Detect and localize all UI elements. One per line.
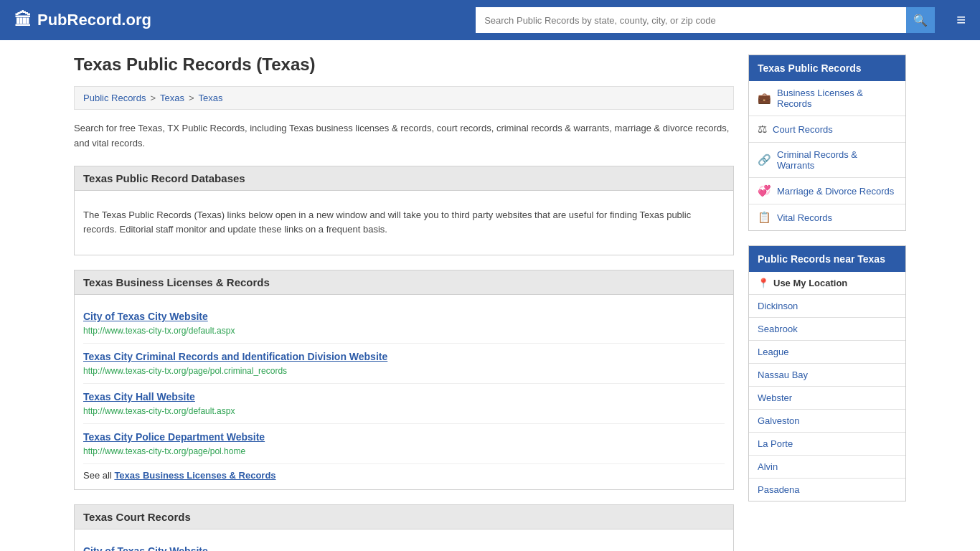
business-url-1: http://www.texas-city-tx.org/default.asp… bbox=[83, 326, 235, 336]
sidebar-item-court[interactable]: ⚖ Court Records bbox=[749, 116, 905, 143]
record-item: City of Texas City Website http://www.te… bbox=[83, 303, 725, 344]
court-section-content: City of Texas City Website http://www.te… bbox=[74, 529, 734, 551]
logo-icon: 🏛 bbox=[14, 10, 32, 30]
nearby-item-pasadena[interactable]: Pasadena bbox=[749, 479, 905, 501]
business-icon: 💼 bbox=[758, 92, 771, 105]
nearby-item-alvin[interactable]: Alvin bbox=[749, 456, 905, 479]
nearby-item-league[interactable]: League bbox=[749, 341, 905, 364]
business-url-3: http://www.texas-city-tx.org/default.asp… bbox=[83, 406, 235, 416]
sidebar-nearby-title: Public Records near Texas bbox=[749, 246, 905, 272]
breadcrumb-texas-1[interactable]: Texas bbox=[160, 93, 184, 103]
db-description: The Texas Public Records (Texas) links b… bbox=[83, 199, 725, 247]
breadcrumb-public-records[interactable]: Public Records bbox=[83, 93, 146, 103]
see-all-text: See all bbox=[83, 470, 112, 481]
business-section-content: City of Texas City Website http://www.te… bbox=[74, 295, 734, 490]
business-section-header: Texas Business Licenses & Records bbox=[74, 270, 734, 295]
search-icon: 🔍 bbox=[913, 14, 928, 27]
sidebar-texas-title: Texas Public Records bbox=[749, 55, 905, 81]
court-section-header: Texas Court Records bbox=[74, 504, 734, 529]
sidebar-item-vital-label: Vital Records bbox=[777, 212, 832, 223]
see-all-business: See all Texas Business Licenses & Record… bbox=[83, 470, 725, 481]
nearby-item-galveston[interactable]: Galveston bbox=[749, 410, 905, 433]
nearby-item-seabrook[interactable]: Seabrook bbox=[749, 318, 905, 341]
sidebar-nearby-section: Public Records near Texas 📍 Use My Locat… bbox=[748, 245, 906, 501]
vital-icon: 📋 bbox=[758, 211, 771, 224]
sidebar-item-marriage[interactable]: 💞 Marriage & Divorce Records bbox=[749, 178, 905, 204]
business-url-2: http://www.texas-city-tx.org/page/pol.cr… bbox=[83, 366, 287, 376]
nearby-item-dickinson[interactable]: Dickinson bbox=[749, 295, 905, 318]
record-item: City of Texas City Website http://www.te… bbox=[83, 538, 725, 551]
see-all-link[interactable]: Texas Business Licenses & Records bbox=[114, 470, 275, 481]
sidebar-item-criminal-label: Criminal Records & Warrants bbox=[777, 149, 897, 171]
breadcrumb-separator-1: > bbox=[150, 93, 156, 103]
marriage-icon: 💞 bbox=[758, 184, 771, 197]
sidebar-use-location[interactable]: 📍 Use My Location bbox=[749, 272, 905, 295]
page-title: Texas Public Records (Texas) bbox=[74, 55, 734, 75]
sidebar-item-court-label: Court Records bbox=[773, 124, 833, 135]
site-logo[interactable]: 🏛 PubRecord.org bbox=[14, 10, 151, 30]
nearby-item-nassau-bay[interactable]: Nassau Bay bbox=[749, 364, 905, 387]
nearby-item-webster[interactable]: Webster bbox=[749, 387, 905, 410]
intro-text: Search for free Texas, TX Public Records… bbox=[74, 121, 734, 151]
record-item: Texas City Police Department Website htt… bbox=[83, 424, 725, 464]
sidebar-item-business[interactable]: 💼 Business Licenses & Records bbox=[749, 81, 905, 116]
location-pin-icon: 📍 bbox=[758, 278, 769, 288]
search-button[interactable]: 🔍 bbox=[906, 7, 935, 33]
sidebar: Texas Public Records 💼 Business Licenses… bbox=[748, 55, 906, 551]
sidebar-item-marriage-label: Marriage & Divorce Records bbox=[777, 186, 894, 197]
search-input[interactable] bbox=[476, 7, 906, 33]
use-location-label: Use My Location bbox=[773, 278, 847, 288]
sidebar-texas-section: Texas Public Records 💼 Business Licenses… bbox=[748, 55, 906, 231]
db-section-header: Texas Public Record Databases bbox=[74, 166, 734, 191]
business-link-4[interactable]: Texas City Police Department Website bbox=[83, 431, 725, 443]
record-item: Texas City Criminal Records and Identifi… bbox=[83, 344, 725, 384]
db-description-container: The Texas Public Records (Texas) links b… bbox=[74, 191, 734, 256]
breadcrumb: Public Records > Texas > Texas bbox=[74, 86, 734, 110]
breadcrumb-texas-2[interactable]: Texas bbox=[199, 93, 223, 103]
court-icon: ⚖ bbox=[758, 123, 767, 136]
content-area: Texas Public Records (Texas) Public Reco… bbox=[74, 55, 734, 551]
breadcrumb-separator-2: > bbox=[189, 93, 194, 103]
business-link-2[interactable]: Texas City Criminal Records and Identifi… bbox=[83, 351, 725, 362]
hamburger-menu-button[interactable]: ≡ bbox=[956, 11, 966, 29]
main-container: Texas Public Records (Texas) Public Reco… bbox=[60, 40, 920, 551]
sidebar-item-criminal[interactable]: 🔗 Criminal Records & Warrants bbox=[749, 143, 905, 178]
court-link-1[interactable]: City of Texas City Website bbox=[83, 545, 725, 551]
logo-text: PubRecord.org bbox=[37, 11, 151, 29]
criminal-icon: 🔗 bbox=[758, 154, 771, 166]
nearby-item-la-porte[interactable]: La Porte bbox=[749, 433, 905, 456]
site-header: 🏛 PubRecord.org 🔍 ≡ bbox=[0, 0, 980, 40]
search-container: 🔍 bbox=[476, 7, 935, 33]
record-item: Texas City Hall Website http://www.texas… bbox=[83, 384, 725, 424]
sidebar-item-vital[interactable]: 📋 Vital Records bbox=[749, 204, 905, 230]
business-link-3[interactable]: Texas City Hall Website bbox=[83, 391, 725, 402]
business-link-1[interactable]: City of Texas City Website bbox=[83, 311, 725, 322]
business-url-4: http://www.texas-city-tx.org/page/pol.ho… bbox=[83, 446, 245, 456]
sidebar-item-business-label: Business Licenses & Records bbox=[777, 88, 897, 109]
